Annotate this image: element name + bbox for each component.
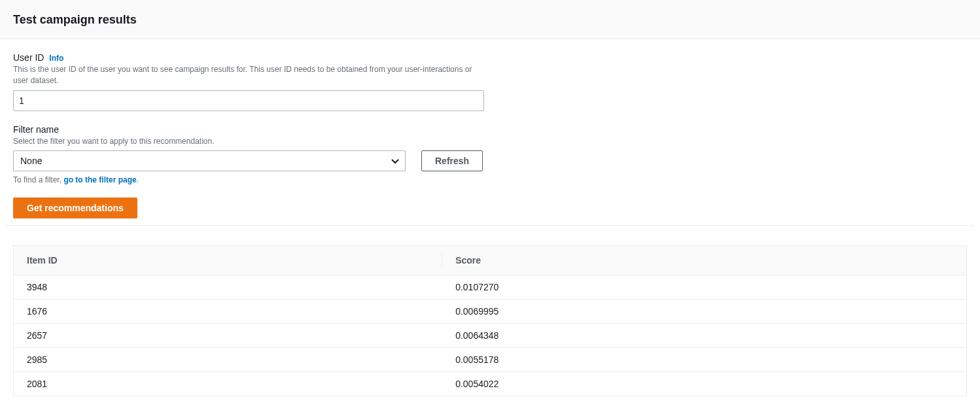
cell-item-id: 2081 xyxy=(14,372,443,396)
user-id-info-link[interactable]: Info xyxy=(49,54,63,63)
table-row: 2081 0.0054022 xyxy=(14,372,967,396)
filter-select-wrapper: None xyxy=(13,150,406,171)
filter-hint-suffix: . xyxy=(137,175,139,184)
divider xyxy=(7,225,973,226)
table-row: 1676 0.0069995 xyxy=(14,300,967,324)
user-id-description: This is the user ID of the user you want… xyxy=(13,64,484,86)
cell-score: 0.0055178 xyxy=(442,348,966,372)
cell-item-id: 3948 xyxy=(14,275,443,300)
cell-score: 0.0054022 xyxy=(442,372,966,396)
filter-label-row: Filter name xyxy=(13,124,967,135)
user-id-label: User ID xyxy=(13,52,44,63)
column-header-score[interactable]: Score xyxy=(442,246,966,275)
results-table: Item ID Score 3948 0.0107270 1676 0.0069… xyxy=(13,245,967,396)
cell-score: 0.0107270 xyxy=(442,275,966,300)
cell-item-id: 2657 xyxy=(14,324,443,348)
page-header: Test campaign results xyxy=(0,0,980,39)
filter-page-link[interactable]: go to the filter page xyxy=(63,175,136,184)
get-recommendations-button[interactable]: Get recommendations xyxy=(13,197,137,218)
user-id-label-row: User ID Info xyxy=(13,52,967,63)
user-id-input[interactable] xyxy=(13,90,484,111)
cell-score: 0.0064348 xyxy=(442,324,966,348)
filter-select-value: None xyxy=(20,156,42,166)
page-title: Test campaign results xyxy=(13,13,967,27)
table-row: 2985 0.0055178 xyxy=(14,348,967,372)
filter-description: Select the filter you want to apply to t… xyxy=(13,136,484,147)
filter-select-row: None Refresh xyxy=(13,150,967,171)
table-row: 2657 0.0064348 xyxy=(14,324,967,348)
cell-item-id: 2985 xyxy=(14,348,443,372)
filter-name-field: Filter name Select the filter you want t… xyxy=(13,124,967,185)
refresh-button[interactable]: Refresh xyxy=(421,150,483,171)
table-header-row: Item ID Score xyxy=(14,246,967,275)
results-section: Item ID Score 3948 0.0107270 1676 0.0069… xyxy=(0,239,980,409)
results-table-body: 3948 0.0107270 1676 0.0069995 2657 0.006… xyxy=(14,275,967,396)
filter-label: Filter name xyxy=(13,124,59,135)
table-row: 3948 0.0107270 xyxy=(14,275,967,300)
cell-score: 0.0069995 xyxy=(442,300,966,324)
user-id-field: User ID Info This is the user ID of the … xyxy=(13,52,967,111)
filter-hint: To find a filter, go to the filter page. xyxy=(13,175,967,184)
filter-select[interactable]: None xyxy=(13,150,406,171)
main-content: User ID Info This is the user ID of the … xyxy=(0,39,980,239)
cell-item-id: 1676 xyxy=(14,300,443,324)
column-header-item-id[interactable]: Item ID xyxy=(14,246,443,275)
filter-hint-prefix: To find a filter, xyxy=(13,175,63,184)
action-row: Get recommendations xyxy=(13,197,967,218)
